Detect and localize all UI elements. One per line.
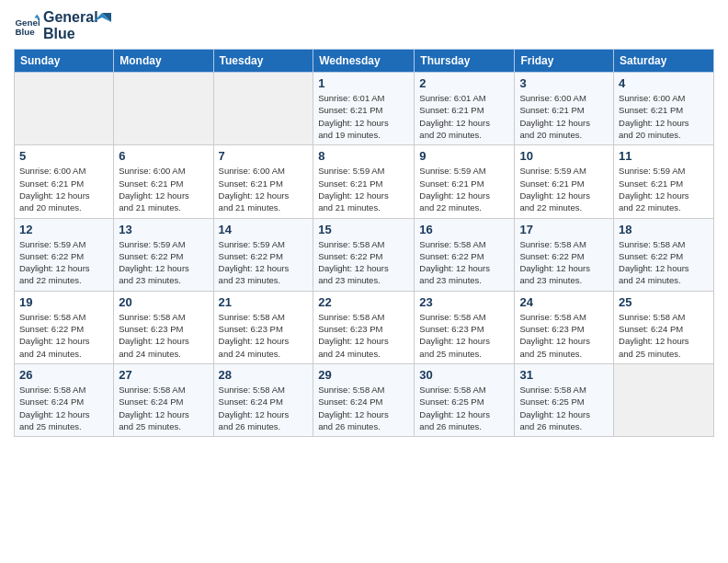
- day-number: 16: [419, 223, 509, 236]
- day-number: 18: [619, 223, 709, 236]
- day-info: Sunrise: 5:59 AM Sunset: 6:21 PM Dayligh…: [419, 165, 509, 213]
- day-info: Sunrise: 5:58 AM Sunset: 6:22 PM Dayligh…: [419, 238, 509, 287]
- logo: General Blue General Blue: [14, 9, 111, 41]
- weekday-monday: Monday: [114, 50, 213, 73]
- day-cell: [15, 73, 114, 145]
- logo-icon: General Blue: [14, 13, 40, 39]
- day-number: 6: [119, 149, 208, 163]
- day-cell: 10Sunrise: 5:59 AM Sunset: 6:21 PM Dayli…: [515, 145, 614, 218]
- day-cell: 3Sunrise: 6:00 AM Sunset: 6:21 PM Daylig…: [515, 73, 614, 145]
- logo-line1: General: [43, 9, 98, 26]
- day-number: 26: [19, 368, 108, 382]
- day-cell: 25Sunrise: 5:58 AM Sunset: 6:24 PM Dayli…: [614, 291, 714, 363]
- day-cell: 31Sunrise: 5:58 AM Sunset: 6:25 PM Dayli…: [515, 363, 614, 436]
- day-info: Sunrise: 5:58 AM Sunset: 6:23 PM Dayligh…: [219, 311, 309, 360]
- day-info: Sunrise: 6:01 AM Sunset: 6:21 PM Dayligh…: [419, 92, 509, 141]
- day-info: Sunrise: 5:59 AM Sunset: 6:21 PM Dayligh…: [619, 165, 709, 213]
- day-cell: 17Sunrise: 5:58 AM Sunset: 6:22 PM Dayli…: [515, 218, 614, 291]
- day-number: 22: [318, 295, 409, 309]
- day-cell: [614, 363, 714, 436]
- day-info: Sunrise: 5:58 AM Sunset: 6:24 PM Dayligh…: [119, 384, 208, 432]
- day-number: 5: [19, 149, 108, 163]
- day-cell: 4Sunrise: 6:00 AM Sunset: 6:21 PM Daylig…: [614, 73, 714, 145]
- header: General Blue General Blue: [14, 9, 714, 41]
- day-cell: 22Sunrise: 5:58 AM Sunset: 6:23 PM Dayli…: [313, 291, 415, 363]
- day-number: 29: [318, 368, 409, 382]
- day-number: 28: [219, 368, 309, 382]
- day-number: 4: [619, 76, 709, 90]
- day-info: Sunrise: 6:00 AM Sunset: 6:21 PM Dayligh…: [19, 165, 108, 213]
- day-number: 3: [519, 76, 609, 90]
- week-row-5: 26Sunrise: 5:58 AM Sunset: 6:24 PM Dayli…: [15, 363, 714, 436]
- day-info: Sunrise: 6:00 AM Sunset: 6:21 PM Dayligh…: [519, 92, 609, 141]
- day-cell: [114, 73, 213, 145]
- day-cell: 16Sunrise: 5:58 AM Sunset: 6:22 PM Dayli…: [415, 218, 515, 291]
- day-info: Sunrise: 5:58 AM Sunset: 6:25 PM Dayligh…: [519, 384, 609, 432]
- day-cell: 24Sunrise: 5:58 AM Sunset: 6:23 PM Dayli…: [515, 291, 614, 363]
- day-cell: 27Sunrise: 5:58 AM Sunset: 6:24 PM Dayli…: [114, 363, 213, 436]
- day-info: Sunrise: 5:58 AM Sunset: 6:22 PM Dayligh…: [19, 311, 108, 360]
- weekday-header-row: SundayMondayTuesdayWednesdayThursdayFrid…: [15, 50, 714, 73]
- day-cell: 11Sunrise: 5:59 AM Sunset: 6:21 PM Dayli…: [614, 145, 714, 218]
- day-info: Sunrise: 5:59 AM Sunset: 6:22 PM Dayligh…: [19, 238, 108, 287]
- day-cell: 18Sunrise: 5:58 AM Sunset: 6:22 PM Dayli…: [614, 218, 714, 291]
- week-row-1: 1Sunrise: 6:01 AM Sunset: 6:21 PM Daylig…: [15, 73, 714, 145]
- day-info: Sunrise: 5:59 AM Sunset: 6:21 PM Dayligh…: [318, 165, 409, 213]
- day-cell: 20Sunrise: 5:58 AM Sunset: 6:23 PM Dayli…: [114, 291, 213, 363]
- day-info: Sunrise: 5:58 AM Sunset: 6:22 PM Dayligh…: [318, 238, 409, 287]
- week-row-3: 12Sunrise: 5:59 AM Sunset: 6:22 PM Dayli…: [15, 218, 714, 291]
- weekday-tuesday: Tuesday: [213, 50, 313, 73]
- day-info: Sunrise: 5:58 AM Sunset: 6:25 PM Dayligh…: [419, 384, 509, 432]
- day-cell: 14Sunrise: 5:59 AM Sunset: 6:22 PM Dayli…: [213, 218, 313, 291]
- day-cell: 1Sunrise: 6:01 AM Sunset: 6:21 PM Daylig…: [313, 73, 415, 145]
- day-number: 30: [419, 368, 509, 382]
- day-info: Sunrise: 6:00 AM Sunset: 6:21 PM Dayligh…: [619, 92, 709, 141]
- week-row-2: 5Sunrise: 6:00 AM Sunset: 6:21 PM Daylig…: [15, 145, 714, 218]
- day-number: 23: [419, 295, 509, 309]
- day-number: 7: [219, 149, 309, 163]
- day-info: Sunrise: 5:58 AM Sunset: 6:24 PM Dayligh…: [219, 384, 309, 432]
- day-info: Sunrise: 5:58 AM Sunset: 6:24 PM Dayligh…: [19, 384, 108, 432]
- calendar-table: SundayMondayTuesdayWednesdayThursdayFrid…: [14, 49, 714, 437]
- day-info: Sunrise: 5:58 AM Sunset: 6:23 PM Dayligh…: [419, 311, 509, 360]
- day-number: 2: [419, 76, 509, 90]
- day-number: 24: [519, 295, 609, 309]
- week-row-4: 19Sunrise: 5:58 AM Sunset: 6:22 PM Dayli…: [15, 291, 714, 363]
- day-cell: 19Sunrise: 5:58 AM Sunset: 6:22 PM Dayli…: [15, 291, 114, 363]
- day-number: 9: [419, 149, 509, 163]
- day-cell: 9Sunrise: 5:59 AM Sunset: 6:21 PM Daylig…: [415, 145, 515, 218]
- logo-arrow-icon: [93, 13, 111, 31]
- day-cell: 21Sunrise: 5:58 AM Sunset: 6:23 PM Dayli…: [213, 291, 313, 363]
- day-info: Sunrise: 5:58 AM Sunset: 6:23 PM Dayligh…: [119, 311, 208, 360]
- day-number: 19: [19, 295, 108, 309]
- day-info: Sunrise: 5:59 AM Sunset: 6:22 PM Dayligh…: [219, 238, 309, 287]
- day-number: 10: [519, 149, 609, 163]
- day-cell: 23Sunrise: 5:58 AM Sunset: 6:23 PM Dayli…: [415, 291, 515, 363]
- day-number: 31: [519, 368, 609, 382]
- day-number: 15: [318, 223, 409, 236]
- day-info: Sunrise: 5:59 AM Sunset: 6:21 PM Dayligh…: [519, 165, 609, 213]
- day-cell: 15Sunrise: 5:58 AM Sunset: 6:22 PM Dayli…: [313, 218, 415, 291]
- weekday-wednesday: Wednesday: [313, 50, 415, 73]
- day-cell: 8Sunrise: 5:59 AM Sunset: 6:21 PM Daylig…: [313, 145, 415, 218]
- day-number: 17: [519, 223, 609, 236]
- day-info: Sunrise: 5:58 AM Sunset: 6:22 PM Dayligh…: [519, 238, 609, 287]
- day-info: Sunrise: 6:00 AM Sunset: 6:21 PM Dayligh…: [119, 165, 208, 213]
- day-info: Sunrise: 5:59 AM Sunset: 6:22 PM Dayligh…: [119, 238, 208, 287]
- page: General Blue General Blue SundayMondayTu…: [0, 0, 728, 451]
- day-cell: 12Sunrise: 5:59 AM Sunset: 6:22 PM Dayli…: [15, 218, 114, 291]
- logo-line2: Blue: [43, 26, 98, 42]
- day-number: 12: [19, 223, 108, 236]
- day-cell: 5Sunrise: 6:00 AM Sunset: 6:21 PM Daylig…: [15, 145, 114, 218]
- day-cell: 29Sunrise: 5:58 AM Sunset: 6:24 PM Dayli…: [313, 363, 415, 436]
- day-number: 27: [119, 368, 208, 382]
- day-number: 11: [619, 149, 709, 163]
- day-cell: 6Sunrise: 6:00 AM Sunset: 6:21 PM Daylig…: [114, 145, 213, 218]
- day-info: Sunrise: 5:58 AM Sunset: 6:24 PM Dayligh…: [619, 311, 709, 360]
- day-cell: 30Sunrise: 5:58 AM Sunset: 6:25 PM Dayli…: [415, 363, 515, 436]
- day-number: 25: [619, 295, 709, 309]
- day-info: Sunrise: 5:58 AM Sunset: 6:23 PM Dayligh…: [318, 311, 409, 360]
- day-number: 14: [219, 223, 309, 236]
- day-info: Sunrise: 6:01 AM Sunset: 6:21 PM Dayligh…: [318, 92, 409, 141]
- day-info: Sunrise: 6:00 AM Sunset: 6:21 PM Dayligh…: [219, 165, 309, 213]
